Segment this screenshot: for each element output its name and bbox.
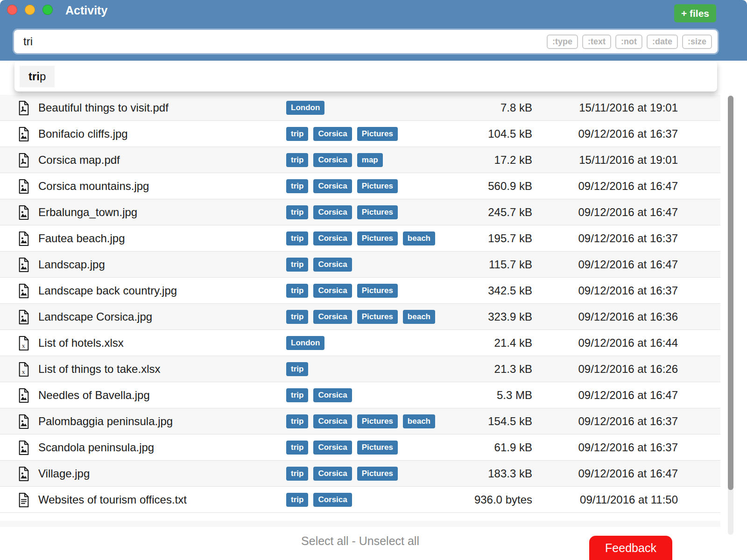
tag-pictures[interactable]: Pictures bbox=[357, 310, 398, 324]
file-row[interactable]: Village.jpg tripCorsicaPictures 183.3 kB… bbox=[0, 461, 720, 487]
image-file-icon bbox=[18, 179, 30, 194]
tag-beach[interactable]: beach bbox=[403, 231, 435, 245]
file-row[interactable]: Landscap.jpg tripCorsica 115.7 kB 09/12/… bbox=[0, 252, 720, 278]
file-tags: tripCorsicamap bbox=[286, 153, 383, 167]
tag-london[interactable]: London bbox=[286, 101, 324, 115]
file-row[interactable]: x List of hotels.xlsx London 21.4 kB 09/… bbox=[0, 330, 720, 356]
file-row[interactable]: Corsica map.pdf tripCorsicamap 17.2 kB 1… bbox=[0, 147, 720, 173]
file-name: Corsica mountains.jpg bbox=[38, 180, 149, 193]
tag-pictures[interactable]: Pictures bbox=[357, 414, 398, 428]
suggestion-trip[interactable]: trip bbox=[20, 66, 55, 87]
tag-corsica[interactable]: Corsica bbox=[313, 258, 352, 272]
file-date: 09/12/2016 at 16:47 bbox=[578, 206, 678, 219]
tag-trip[interactable]: trip bbox=[286, 467, 308, 481]
close-window-button[interactable] bbox=[7, 5, 17, 15]
tag-corsica[interactable]: Corsica bbox=[313, 388, 352, 402]
tag-trip[interactable]: trip bbox=[286, 258, 308, 272]
file-size: 936.0 bytes bbox=[474, 493, 532, 506]
tag-pictures[interactable]: Pictures bbox=[357, 441, 398, 455]
tag-corsica[interactable]: Corsica bbox=[313, 310, 352, 324]
tag-trip[interactable]: trip bbox=[286, 284, 308, 298]
tag-trip[interactable]: trip bbox=[286, 441, 308, 455]
tag-trip[interactable]: trip bbox=[286, 493, 308, 507]
scrollbar-thumb[interactable] bbox=[728, 96, 733, 490]
file-row[interactable]: Fautea beach.jpg tripCorsicaPicturesbeac… bbox=[0, 225, 720, 252]
tag-corsica[interactable]: Corsica bbox=[313, 153, 352, 167]
tag-beach[interactable]: beach bbox=[403, 310, 435, 324]
tag-pictures[interactable]: Pictures bbox=[357, 205, 398, 219]
image-file-icon bbox=[18, 284, 30, 298]
footer-bar: Select all - Unselect all Feedback bbox=[0, 527, 747, 560]
file-date: 09/12/2016 at 16:47 bbox=[578, 180, 678, 193]
tag-pictures[interactable]: Pictures bbox=[357, 127, 398, 141]
tag-trip[interactable]: trip bbox=[286, 153, 308, 167]
filter-not-button[interactable]: :not bbox=[615, 35, 642, 49]
tag-trip[interactable]: trip bbox=[286, 388, 308, 402]
tag-corsica[interactable]: Corsica bbox=[313, 231, 352, 245]
select-all-link[interactable]: Select all bbox=[301, 534, 348, 547]
tag-trip[interactable]: trip bbox=[286, 362, 308, 376]
file-size: 323.9 kB bbox=[488, 310, 532, 323]
file-date: 09/12/2016 at 16:37 bbox=[578, 127, 678, 140]
tag-pictures[interactable]: Pictures bbox=[357, 179, 398, 193]
tag-trip[interactable]: trip bbox=[286, 179, 308, 193]
file-row[interactable]: Scandola peninsula.jpg tripCorsicaPictur… bbox=[0, 434, 720, 461]
file-date: 09/12/2016 at 16:37 bbox=[578, 284, 678, 297]
text-file-icon bbox=[18, 493, 30, 507]
tag-corsica[interactable]: Corsica bbox=[313, 284, 352, 298]
file-row[interactable]: Palombaggia peninsula.jpg tripCorsicaPic… bbox=[0, 408, 720, 434]
tag-trip[interactable]: trip bbox=[286, 127, 308, 141]
search-input[interactable] bbox=[14, 35, 547, 48]
file-name: Needles of Bavella.jpg bbox=[38, 389, 150, 402]
file-tags: tripCorsicaPictures bbox=[286, 205, 398, 219]
tag-corsica[interactable]: Corsica bbox=[313, 127, 352, 141]
pdf-file-icon bbox=[18, 153, 30, 168]
unselect-all-link[interactable]: Unselect all bbox=[359, 534, 419, 547]
tag-pictures[interactable]: Pictures bbox=[357, 284, 398, 298]
excel-file-icon: x bbox=[18, 336, 30, 350]
filter-date-button[interactable]: :date bbox=[647, 35, 678, 49]
filter-text-button[interactable]: :text bbox=[582, 35, 611, 49]
file-row[interactable]: Beautiful things to visit.pdf London 7.8… bbox=[0, 95, 720, 121]
image-file-icon bbox=[18, 441, 30, 455]
partial-file-row bbox=[0, 521, 720, 527]
tag-corsica[interactable]: Corsica bbox=[313, 441, 352, 455]
file-row[interactable]: Needles of Bavella.jpg tripCorsica 5.3 M… bbox=[0, 382, 720, 408]
file-date: 09/12/2016 at 16:37 bbox=[578, 415, 678, 428]
file-row[interactable]: x List of things to take.xlsx trip 21.3 … bbox=[0, 356, 720, 382]
file-row[interactable]: Bonifacio cliffs.jpg tripCorsicaPictures… bbox=[0, 121, 720, 147]
tag-map[interactable]: map bbox=[357, 153, 383, 167]
file-name: Palombaggia peninsula.jpg bbox=[38, 415, 173, 428]
file-row[interactable]: Websites of tourism offices.txt tripCors… bbox=[0, 487, 720, 513]
search-bar: :type :text :not :date :size bbox=[14, 30, 718, 53]
tag-trip[interactable]: trip bbox=[286, 231, 308, 245]
tag-trip[interactable]: trip bbox=[286, 310, 308, 324]
file-row[interactable]: Corsica mountains.jpg tripCorsicaPicture… bbox=[0, 173, 720, 199]
file-size: 245.7 kB bbox=[488, 206, 532, 219]
tag-beach[interactable]: beach bbox=[403, 414, 435, 428]
feedback-button[interactable]: Feedback bbox=[589, 536, 672, 560]
file-name: Bonifacio cliffs.jpg bbox=[38, 127, 128, 140]
tag-pictures[interactable]: Pictures bbox=[357, 467, 398, 481]
tag-corsica[interactable]: Corsica bbox=[313, 205, 352, 219]
file-row[interactable]: Erbalunga_town.jpg tripCorsicaPictures 2… bbox=[0, 199, 720, 225]
tag-pictures[interactable]: Pictures bbox=[357, 231, 398, 245]
tag-corsica[interactable]: Corsica bbox=[313, 179, 352, 193]
scrollbar-track[interactable] bbox=[728, 96, 733, 535]
file-date: 09/12/2016 at 16:47 bbox=[578, 258, 678, 271]
filter-size-button[interactable]: :size bbox=[682, 35, 712, 49]
add-files-button[interactable]: + files bbox=[674, 4, 716, 22]
file-row[interactable]: Landscape Corsica.jpg tripCorsicaPicture… bbox=[0, 304, 720, 330]
tag-corsica[interactable]: Corsica bbox=[313, 493, 352, 507]
tag-trip[interactable]: trip bbox=[286, 414, 308, 428]
tag-london[interactable]: London bbox=[286, 336, 324, 350]
file-row[interactable]: Landscape back country.jpg tripCorsicaPi… bbox=[0, 278, 720, 304]
zoom-window-button[interactable] bbox=[42, 5, 53, 15]
search-filter-chips: :type :text :not :date :size bbox=[547, 35, 718, 49]
minimize-window-button[interactable] bbox=[25, 5, 35, 15]
tag-trip[interactable]: trip bbox=[286, 205, 308, 219]
tag-corsica[interactable]: Corsica bbox=[313, 414, 352, 428]
filter-type-button[interactable]: :type bbox=[547, 35, 578, 49]
tag-corsica[interactable]: Corsica bbox=[313, 467, 352, 481]
file-size: 195.7 kB bbox=[488, 232, 532, 245]
